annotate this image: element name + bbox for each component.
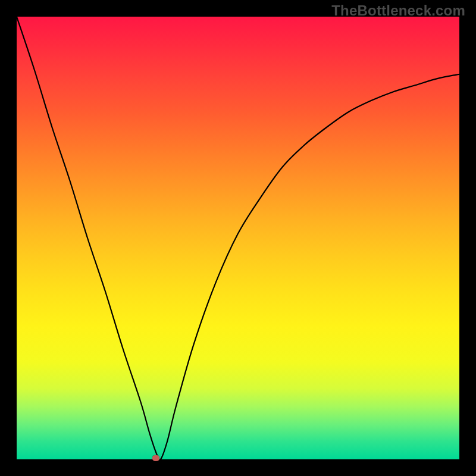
chart-frame: TheBottleneck.com xyxy=(0,0,476,476)
plot-area xyxy=(17,17,459,459)
bottleneck-curve xyxy=(17,17,459,459)
optimal-marker xyxy=(152,455,159,461)
